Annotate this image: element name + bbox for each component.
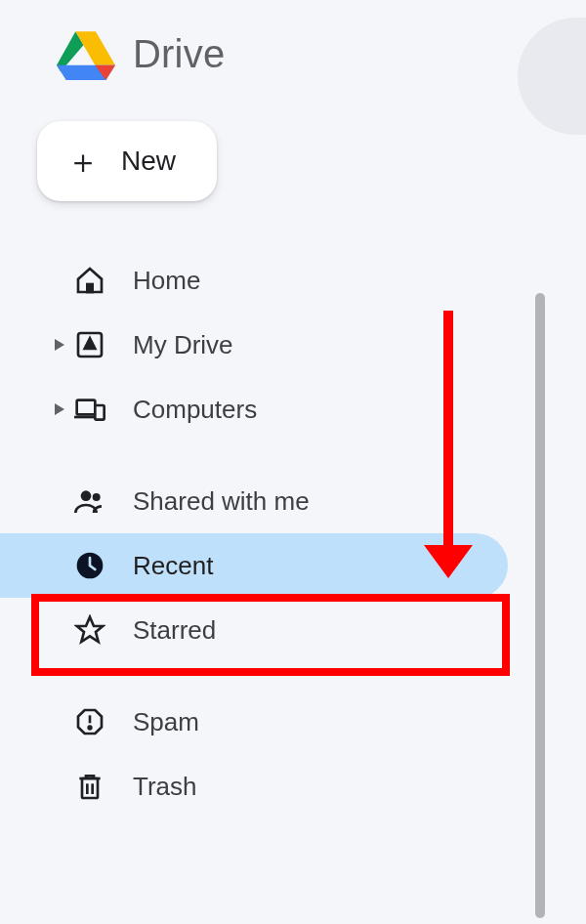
star-icon [72,612,107,648]
sidebar-item-label: Shared with me [133,486,310,517]
sidebar-item-home[interactable]: Home [0,248,508,313]
people-icon [72,483,107,519]
home-icon [72,263,107,298]
sidebar-nav: Home My Drive Computers [0,201,508,819]
sidebar-item-label: Starred [133,615,216,646]
svg-point-4 [81,490,92,501]
new-button-label: New [121,146,176,177]
spam-icon [72,704,107,739]
expand-icon[interactable] [53,403,66,415]
sidebar-item-computers[interactable]: Computers [0,377,508,441]
sidebar-item-shared-with-me[interactable]: Shared with me [0,469,508,533]
clock-icon [72,548,107,583]
trash-icon [72,769,107,804]
sidebar-item-label: Trash [133,772,197,802]
sidebar-item-label: Recent [133,551,213,581]
sidebar-item-label: Spam [133,707,199,737]
scrollbar-thumb[interactable] [535,293,545,918]
sidebar-item-spam[interactable]: Spam [0,690,508,754]
sidebar-item-my-drive[interactable]: My Drive [0,313,508,377]
sidebar-item-recent[interactable]: Recent [0,533,508,598]
app-title: Drive [133,32,225,76]
sidebar-item-label: Home [133,266,200,296]
svg-rect-0 [87,284,92,292]
new-button[interactable]: ＋ New [37,121,217,201]
sidebar-item-trash[interactable]: Trash [0,754,508,819]
svg-rect-2 [77,400,96,415]
sidebar-item-starred[interactable]: Starred [0,598,508,662]
drive-logo-icon [57,27,115,80]
svg-rect-3 [95,405,104,420]
drive-file-icon [72,327,107,362]
sidebar-item-label: Computers [133,395,257,425]
plus-icon: ＋ [66,145,100,178]
sidebar-item-label: My Drive [133,330,233,360]
devices-icon [72,392,107,427]
svg-rect-9 [82,778,98,798]
svg-point-5 [93,493,101,501]
svg-point-8 [89,727,92,730]
expand-icon[interactable] [53,339,66,351]
drive-header: Drive [0,0,586,80]
